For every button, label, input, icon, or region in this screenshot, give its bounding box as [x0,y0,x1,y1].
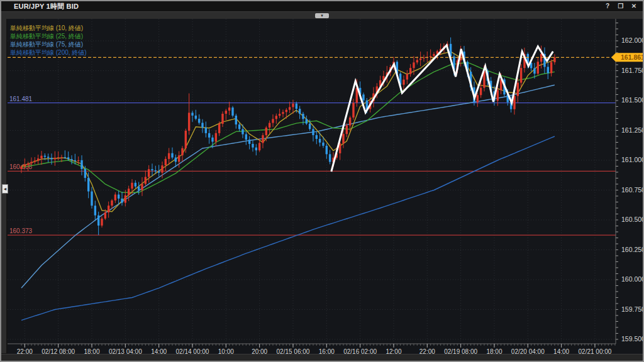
candle-body [158,172,160,173]
candle-body [91,192,92,206]
close-icon[interactable]: ✕ [630,2,638,11]
candle-body [135,183,136,187]
candle-body [211,138,213,142]
toolbar-strip: ▼ [1,11,643,19]
candle-body [342,134,344,143]
candle-body [97,216,99,226]
candle-body [191,112,193,115]
candle-body [520,68,522,82]
title-bar: EUR/JPY 1時間 BID ? ❒ ✕ [1,1,643,11]
candle-body [218,124,220,133]
candle-body [225,111,227,114]
candle-body [74,160,76,161]
candle-body [44,156,46,157]
candle-body [104,212,106,219]
candle-body [537,62,539,74]
candle-body [108,206,109,212]
candle-body [409,68,411,74]
candle-body [477,95,479,102]
candle-body [296,104,297,109]
left-gutter: ◄ [1,19,6,353]
candle-body [517,83,519,96]
candle-body [161,165,163,173]
current-price-value: 161.861 [621,53,644,61]
candle-body [27,163,29,165]
candle-body [70,159,72,160]
level-label: 160.373 [9,228,33,234]
candle-body [50,158,52,159]
maximize-icon[interactable]: ❒ [617,2,625,11]
candle-body [145,177,147,184]
candlestick-chart[interactable]: 161.481160.908160.373単純移動平均線 (10, 終値)単純移… [8,19,644,355]
current-price-badge: 161.861 [611,53,644,62]
candle-body [433,54,435,56]
legend-item: 単純移動平均線 (10, 終値) [9,25,83,31]
candle-body [547,67,549,73]
candle-body [80,160,82,169]
y-tick-label: 160.250 [621,246,644,253]
candle-body [155,170,157,172]
y-tick-label: 159.750 [621,305,644,313]
candle-body [125,195,126,203]
candle-body [282,112,284,114]
candle-body [148,169,150,177]
candle-body [402,80,404,85]
y-tick-label: 160.500 [621,216,644,223]
candle-body [198,119,200,123]
candle-body [265,128,267,135]
candle-body [262,135,264,143]
candle-body [128,189,130,195]
chart-window: EUR/JPY 1時間 BID ? ❒ ✕ ▼ ◄ 161.481160.908… [0,0,644,362]
candle-body [40,156,42,158]
candle-body [54,158,56,159]
candle-body [101,219,103,226]
level-label: 161.481 [9,96,33,102]
candle-body [299,109,301,114]
candle-body [238,124,240,129]
candle-body [480,88,482,96]
candle-body [228,107,230,111]
candle-body [550,62,552,73]
y-tick-label: 160.000 [621,275,644,283]
candle-body [286,110,287,112]
candle-body [497,90,499,101]
help-icon[interactable]: ? [604,2,611,11]
candle-body [329,154,331,162]
y-tick-label: 161.000 [621,156,644,163]
candle-body [208,133,210,138]
candle-body [141,184,143,190]
left-panel-expand-button[interactable]: ◄ [2,184,8,194]
candle-body [84,169,86,178]
candle-body [205,128,207,133]
candle-body [252,144,253,148]
y-tick-label: 162.000 [621,36,644,44]
candle-body [269,123,270,128]
candle-body [272,119,274,123]
legend-item: 単純移動平均線 (200, 終値) [9,49,87,56]
candle-body [37,158,39,160]
candle-body [60,157,62,158]
window-title: EUR/JPY 1時間 BID [1,2,79,11]
candle-body [171,153,173,158]
y-tick-label: 161.750 [621,67,644,74]
candle-body [430,56,431,57]
candle-body [114,195,116,200]
candle-body [47,156,49,158]
candle-body [275,116,277,119]
candle-body [346,126,348,134]
candle-body [242,129,243,134]
candle-body [64,157,66,158]
toolbar-collapse-button[interactable]: ▼ [315,13,329,18]
candle-body [413,62,414,68]
candle-body [181,148,183,155]
candle-body [258,143,260,150]
chart-area[interactable]: 161.481160.908160.373単純移動平均線 (10, 終値)単純移… [8,19,644,355]
candle-body [319,139,321,143]
candle-body [221,114,223,124]
candle-body [188,112,190,131]
candle-body [533,68,535,74]
candle-body [185,131,187,148]
bottom-status-strip [1,354,643,361]
candle-body [151,169,153,170]
candle-body [302,114,304,119]
